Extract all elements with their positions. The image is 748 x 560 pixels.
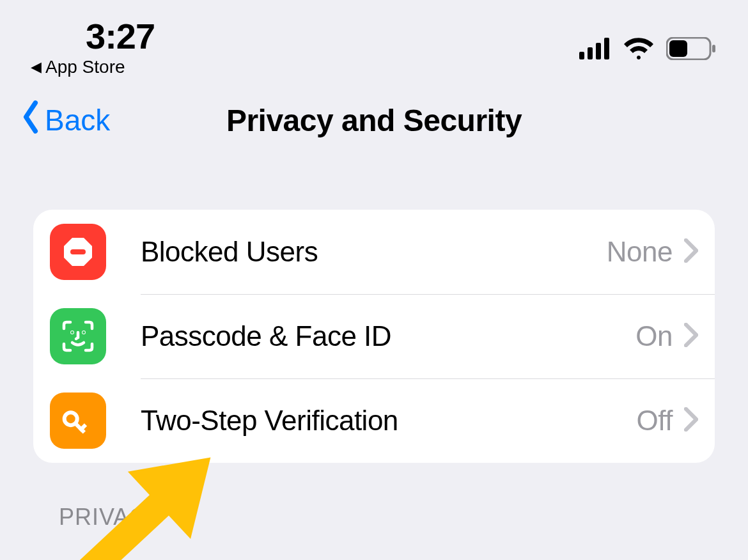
return-arrow-icon: ◀ — [31, 59, 42, 75]
row-value: None — [607, 236, 673, 268]
return-to-app[interactable]: ◀ App Store — [31, 57, 125, 77]
chevron-right-icon — [684, 407, 698, 434]
battery-icon — [666, 37, 716, 63]
cellular-icon — [579, 38, 611, 62]
status-bar: 3:27 ◀ App Store — [0, 0, 748, 82]
nav-bar: Back Privacy and Security — [0, 82, 748, 159]
svg-rect-2 — [596, 43, 601, 59]
row-two-step-verification[interactable]: Two-Step Verification Off — [33, 378, 715, 463]
key-icon — [50, 393, 106, 449]
row-label: Blocked Users — [141, 236, 607, 268]
svg-rect-3 — [604, 38, 609, 59]
wifi-icon — [623, 37, 655, 63]
faceid-icon — [50, 308, 106, 364]
status-bar-left: 3:27 ◀ App Store — [31, 15, 155, 77]
back-button[interactable]: Back — [19, 100, 110, 141]
svg-rect-8 — [70, 249, 86, 254]
row-passcode-faceid[interactable]: Passcode & Face ID On — [33, 294, 715, 378]
row-value: Off — [637, 405, 673, 437]
page-title: Privacy and Security — [226, 103, 522, 138]
svg-point-10 — [84, 332, 84, 333]
status-bar-right — [579, 15, 716, 63]
svg-rect-1 — [588, 47, 593, 59]
chevron-right-icon — [684, 238, 698, 265]
chevron-right-icon — [684, 323, 698, 350]
svg-point-9 — [72, 332, 73, 333]
security-group: Blocked Users None Passcode & Face ID On — [33, 210, 715, 463]
row-blocked-users[interactable]: Blocked Users None — [33, 210, 715, 294]
status-time: 3:27 — [31, 15, 155, 57]
svg-rect-6 — [712, 45, 715, 52]
svg-rect-5 — [669, 40, 687, 57]
return-app-label: App Store — [45, 57, 125, 77]
back-label: Back — [45, 103, 110, 137]
svg-rect-0 — [579, 52, 584, 59]
row-label: Passcode & Face ID — [141, 320, 635, 352]
row-value: On — [635, 320, 673, 352]
section-header-privacy: PRIVACY — [59, 504, 748, 531]
row-label: Two-Step Verification — [141, 405, 637, 437]
chevron-left-icon — [19, 100, 42, 141]
block-icon — [50, 224, 106, 280]
